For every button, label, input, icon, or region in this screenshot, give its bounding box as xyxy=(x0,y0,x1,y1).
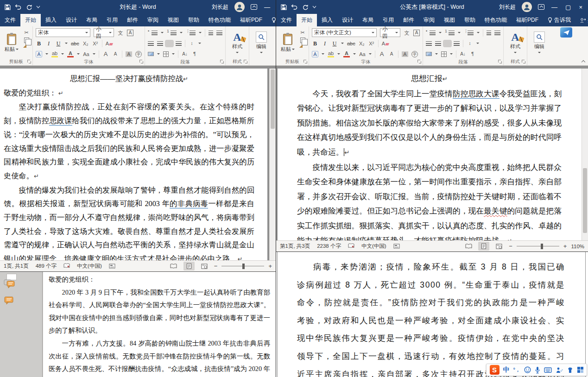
word-count[interactable]: 2238 个字 xyxy=(317,243,341,250)
tab-insert[interactable]: 插入 xyxy=(41,14,61,26)
zoom-slider[interactable] xyxy=(221,266,264,267)
proofing-status-icon[interactable] xyxy=(63,263,70,270)
tab-review[interactable]: 审阅 xyxy=(143,14,163,26)
superscript-button[interactable]: X² xyxy=(92,41,99,46)
multilevel-list-icon[interactable] xyxy=(190,31,196,35)
ime-punctuation-toggle[interactable]: °， xyxy=(513,366,520,373)
tab-references[interactable]: 引用 xyxy=(378,14,398,26)
comment-icon[interactable] xyxy=(4,278,16,290)
qat-customize-icon[interactable] xyxy=(36,6,40,8)
minimize-button[interactable]: — xyxy=(263,4,271,10)
tab-file[interactable]: 文件 xyxy=(276,14,297,26)
minimize-button[interactable]: — xyxy=(550,4,558,10)
tab-file[interactable]: 文件 xyxy=(0,14,20,26)
overtype-icon[interactable] xyxy=(393,243,400,250)
show-hide-marks-icon[interactable]: ¶ xyxy=(469,51,476,57)
bullets-icon[interactable] xyxy=(152,31,158,35)
doc-paragraph[interactable]: 病毒，来势汹汹；疫情，险象环生。截至 3 月 8 日，我国已确诊病例超过 8 万… xyxy=(297,258,565,377)
document-page[interactable]: 敬爱的党组织： 2020 年 3 月 9 日下午，我和全国数千万大学生一起认真聆… xyxy=(43,272,276,377)
redo-icon[interactable] xyxy=(26,4,32,10)
microphone-icon[interactable] xyxy=(535,366,540,374)
font-dialog-launcher[interactable] xyxy=(139,60,144,64)
tab-tell-me[interactable]: 告诉我 xyxy=(267,14,276,26)
change-case-icon[interactable]: Aa xyxy=(83,51,89,57)
doc-salutation[interactable]: 敬爱的党组织： ↵ xyxy=(4,86,254,101)
doc-title[interactable]: 思想汇报↵ xyxy=(297,71,562,87)
doc-paragraph[interactable]: 2020 年 3 月 9 日下午，我和全国数千万大学生一起认真聆听了由教育部社会… xyxy=(49,286,270,337)
show-hide-marks-icon[interactable]: ¶ xyxy=(191,51,198,57)
read-mode-button[interactable] xyxy=(168,262,179,270)
scrollbar-thumb[interactable] xyxy=(271,69,275,129)
zoom-out-button[interactable]: − xyxy=(509,243,512,250)
decrease-indent-icon[interactable] xyxy=(209,31,213,35)
font-color-icon[interactable]: A xyxy=(67,50,74,57)
clipboard-dialog-launcher[interactable] xyxy=(27,60,32,64)
font-size-combo[interactable]: 小四 xyxy=(94,28,114,37)
shrink-font-icon[interactable]: A xyxy=(112,51,119,57)
enclose-characters-icon[interactable]: 字 xyxy=(135,51,142,57)
bullets-icon[interactable] xyxy=(430,31,436,35)
bold-button[interactable]: B xyxy=(36,41,42,46)
sogou-logo-icon[interactable]: S xyxy=(490,365,499,375)
tab-home[interactable]: 开始 xyxy=(20,14,41,26)
styles-dialog-launcher[interactable] xyxy=(244,60,248,64)
text-effects-icon[interactable]: A xyxy=(312,51,318,57)
strikethrough-button[interactable]: abc xyxy=(347,41,355,46)
tab-foxit-pdf[interactable]: 福昕PDF xyxy=(235,14,267,26)
font-name-combo[interactable]: 宋体 xyxy=(36,28,90,37)
tab-view[interactable]: 视图 xyxy=(439,14,460,26)
word-window-back-left[interactable]: 敬爱的党组织： 2020 年 3 月 9 日下午，我和全国数千万大学生一起认真聆… xyxy=(0,271,276,377)
underline-button[interactable]: U xyxy=(55,41,62,46)
avatar[interactable] xyxy=(522,2,532,12)
styles-dialog-launcher[interactable] xyxy=(522,60,526,64)
redo-icon[interactable] xyxy=(302,4,308,10)
subscript-button[interactable]: X₂ xyxy=(82,41,89,46)
doc-paragraph[interactable]: 坚决打赢疫情防控战，正处在刻不容缓的紧要关头。在这个特殊的时刻，疫情防控思政课给… xyxy=(4,100,254,183)
sort-icon[interactable]: A↓ xyxy=(182,51,188,57)
close-button[interactable]: × xyxy=(578,4,583,10)
shading-icon[interactable] xyxy=(426,52,432,56)
zoom-slider-thumb[interactable] xyxy=(242,264,245,269)
document-page[interactable]: 思想汇报——坚决打赢疫情防控战↵ 敬爱的党组织： ↵ 坚决打赢疫情防控战，正处在… xyxy=(0,69,267,260)
highlight-color-icon[interactable]: ab xyxy=(51,50,58,57)
copy-icon[interactable] xyxy=(300,38,305,43)
voice-input-icon[interactable] xyxy=(556,367,563,373)
maximize-button[interactable]: ▢ xyxy=(564,4,572,10)
numbering-icon[interactable] xyxy=(449,31,455,35)
increase-indent-icon[interactable] xyxy=(494,31,500,35)
page-indicator[interactable]: 第1页, 共3页 xyxy=(280,243,310,250)
tab-help[interactable]: 帮助 xyxy=(460,14,480,26)
font-dialog-launcher[interactable] xyxy=(417,60,422,64)
cut-icon[interactable]: ✂ xyxy=(23,30,30,35)
highlight-color-icon[interactable]: ab xyxy=(328,50,334,57)
ime-language-toggle[interactable]: 中 xyxy=(503,366,510,374)
numbering-icon[interactable] xyxy=(171,31,177,35)
italic-button[interactable]: I xyxy=(45,41,52,46)
font-color-icon[interactable]: A xyxy=(343,50,350,57)
character-shading-icon[interactable]: A xyxy=(126,51,132,57)
clipboard-dialog-launcher[interactable] xyxy=(303,60,308,64)
tab-layout[interactable]: 布局 xyxy=(358,14,378,26)
underline-dropdown[interactable] xyxy=(65,43,68,45)
align-left-icon[interactable] xyxy=(148,41,154,46)
styles-button[interactable]: A 样式 xyxy=(506,28,524,58)
ribbon-display-options-icon[interactable] xyxy=(538,4,544,10)
font-name-combo[interactable]: 宋体 (中文正文) xyxy=(312,28,377,37)
doc-paragraph[interactable]: 疫情的爆发为我们社会的发展敲响了警钟，尊重自然才能得到自然的回馈。根据相关报道，… xyxy=(4,183,254,260)
title-bar[interactable]: 公英杰 [兼容模式] - Word 刘长超 — ▢ × xyxy=(276,0,588,14)
tab-mailings[interactable]: 邮件 xyxy=(122,14,143,26)
distribute-icon[interactable] xyxy=(454,41,460,46)
ime-toolbox-icon[interactable] xyxy=(577,367,583,373)
decrease-indent-icon[interactable] xyxy=(487,31,491,35)
underline-button[interactable]: U xyxy=(331,41,338,46)
zoom-level[interactable]: 110% xyxy=(571,244,584,249)
italic-button[interactable]: I xyxy=(322,41,328,46)
character-border-icon[interactable]: A xyxy=(413,30,420,36)
doc-title[interactable]: 思想汇报——坚决打赢疫情防控战↵ xyxy=(4,72,254,86)
emoji-icon[interactable] xyxy=(524,366,531,373)
paste-button[interactable]: 粘贴 xyxy=(279,28,297,58)
format-painter-icon[interactable] xyxy=(299,44,306,51)
undo-icon[interactable] xyxy=(15,4,22,10)
bold-button[interactable]: B xyxy=(312,41,318,46)
paragraph-dialog-launcher[interactable] xyxy=(220,60,224,64)
